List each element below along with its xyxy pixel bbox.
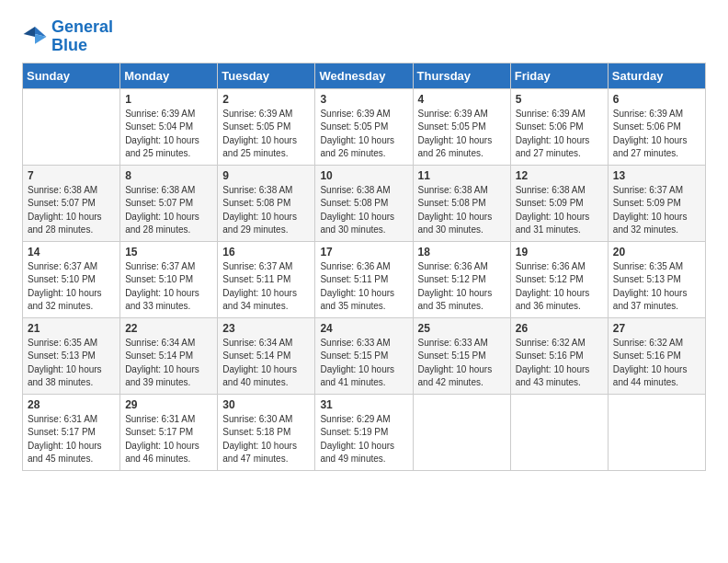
calendar-day-header: Saturday [608,63,705,88]
day-number: 27 [613,322,700,335]
calendar-cell: 12Sunrise: 6:38 AM Sunset: 5:09 PM Dayli… [510,165,608,241]
day-info: Sunrise: 6:33 AM Sunset: 5:15 PM Dayligh… [418,337,506,390]
day-number: 13 [613,169,700,182]
calendar-day-header: Sunday [23,63,120,88]
calendar-cell: 8Sunrise: 6:38 AM Sunset: 5:07 PM Daylig… [120,165,218,241]
day-number: 15 [125,246,212,259]
calendar-cell: 10Sunrise: 6:38 AM Sunset: 5:08 PM Dayli… [315,165,413,241]
calendar-cell: 3Sunrise: 6:39 AM Sunset: 5:05 PM Daylig… [315,88,413,165]
day-number: 7 [28,169,115,182]
day-number: 31 [320,398,407,411]
day-info: Sunrise: 6:37 AM Sunset: 5:09 PM Dayligh… [613,184,700,237]
calendar-cell [413,394,510,470]
page: General Blue SundayMondayTuesdayWednesda… [0,0,728,489]
day-number: 6 [613,93,700,106]
day-number: 26 [516,322,603,335]
day-info: Sunrise: 6:39 AM Sunset: 5:05 PM Dayligh… [222,108,310,161]
day-info: Sunrise: 6:36 AM Sunset: 5:12 PM Dayligh… [516,260,603,314]
logo-icon [22,24,48,50]
calendar-cell: 27Sunrise: 6:32 AM Sunset: 5:16 PM Dayli… [608,317,705,394]
day-number: 22 [125,322,212,335]
day-number: 12 [516,169,603,182]
calendar-cell: 21Sunrise: 6:35 AM Sunset: 5:13 PM Dayli… [23,317,120,394]
calendar-cell: 17Sunrise: 6:36 AM Sunset: 5:11 PM Dayli… [315,241,413,317]
calendar-cell: 31Sunrise: 6:29 AM Sunset: 5:19 PM Dayli… [315,394,413,470]
calendar-cell: 20Sunrise: 6:35 AM Sunset: 5:13 PM Dayli… [608,241,705,317]
day-number: 30 [222,398,310,411]
calendar-week-row: 14Sunrise: 6:37 AM Sunset: 5:10 PM Dayli… [23,241,706,317]
calendar-cell: 4Sunrise: 6:39 AM Sunset: 5:05 PM Daylig… [413,88,510,165]
day-number: 8 [125,169,212,182]
logo: General Blue [22,18,113,55]
calendar-cell [23,88,120,165]
day-number: 21 [28,322,115,335]
calendar-week-row: 1Sunrise: 6:39 AM Sunset: 5:04 PM Daylig… [23,88,706,165]
day-info: Sunrise: 6:33 AM Sunset: 5:15 PM Dayligh… [320,337,407,390]
day-info: Sunrise: 6:32 AM Sunset: 5:16 PM Dayligh… [516,337,603,390]
calendar-cell: 19Sunrise: 6:36 AM Sunset: 5:12 PM Dayli… [510,241,608,317]
day-info: Sunrise: 6:39 AM Sunset: 5:06 PM Dayligh… [613,108,700,161]
day-number: 4 [418,93,506,106]
calendar-cell: 18Sunrise: 6:36 AM Sunset: 5:12 PM Dayli… [413,241,510,317]
day-number: 28 [28,398,115,411]
calendar-cell [510,394,608,470]
day-number: 14 [28,246,115,259]
header: General Blue [22,18,706,55]
calendar-cell: 26Sunrise: 6:32 AM Sunset: 5:16 PM Dayli… [510,317,608,394]
day-number: 23 [222,322,310,335]
day-number: 1 [125,93,212,106]
day-number: 25 [418,322,506,335]
day-info: Sunrise: 6:35 AM Sunset: 5:13 PM Dayligh… [613,260,700,314]
day-number: 9 [222,169,310,182]
svg-marker-1 [24,27,35,37]
calendar-cell: 13Sunrise: 6:37 AM Sunset: 5:09 PM Dayli… [608,165,705,241]
calendar-table: SundayMondayTuesdayWednesdayThursdayFrid… [22,63,706,471]
calendar-day-header: Wednesday [315,63,413,88]
day-info: Sunrise: 6:34 AM Sunset: 5:14 PM Dayligh… [125,337,212,390]
day-number: 24 [320,322,407,335]
day-info: Sunrise: 6:37 AM Sunset: 5:11 PM Dayligh… [222,260,310,314]
calendar-cell: 29Sunrise: 6:31 AM Sunset: 5:17 PM Dayli… [120,394,218,470]
calendar-day-header: Friday [510,63,608,88]
day-info: Sunrise: 6:39 AM Sunset: 5:06 PM Dayligh… [516,108,603,161]
calendar-week-row: 7Sunrise: 6:38 AM Sunset: 5:07 PM Daylig… [23,165,706,241]
calendar-cell: 9Sunrise: 6:38 AM Sunset: 5:08 PM Daylig… [218,165,315,241]
calendar-day-header: Monday [120,63,218,88]
calendar-cell [608,394,705,470]
calendar-day-header: Thursday [413,63,510,88]
calendar-cell: 7Sunrise: 6:38 AM Sunset: 5:07 PM Daylig… [23,165,120,241]
day-info: Sunrise: 6:31 AM Sunset: 5:17 PM Dayligh… [125,413,212,466]
calendar-cell: 22Sunrise: 6:34 AM Sunset: 5:14 PM Dayli… [120,317,218,394]
day-info: Sunrise: 6:35 AM Sunset: 5:13 PM Dayligh… [28,337,115,390]
day-number: 17 [320,246,407,259]
day-number: 10 [320,169,407,182]
day-number: 18 [418,246,506,259]
day-info: Sunrise: 6:38 AM Sunset: 5:08 PM Dayligh… [418,184,506,237]
logo-text: General Blue [51,18,113,55]
day-info: Sunrise: 6:39 AM Sunset: 5:04 PM Dayligh… [125,108,212,161]
calendar-cell: 5Sunrise: 6:39 AM Sunset: 5:06 PM Daylig… [510,88,608,165]
calendar-cell: 23Sunrise: 6:34 AM Sunset: 5:14 PM Dayli… [218,317,315,394]
calendar-cell: 2Sunrise: 6:39 AM Sunset: 5:05 PM Daylig… [218,88,315,165]
day-info: Sunrise: 6:39 AM Sunset: 5:05 PM Dayligh… [320,108,407,161]
day-info: Sunrise: 6:38 AM Sunset: 5:08 PM Dayligh… [320,184,407,237]
day-info: Sunrise: 6:34 AM Sunset: 5:14 PM Dayligh… [222,337,310,390]
day-info: Sunrise: 6:30 AM Sunset: 5:18 PM Dayligh… [222,413,310,466]
day-info: Sunrise: 6:37 AM Sunset: 5:10 PM Dayligh… [28,260,115,314]
day-info: Sunrise: 6:29 AM Sunset: 5:19 PM Dayligh… [320,413,407,466]
calendar-week-row: 21Sunrise: 6:35 AM Sunset: 5:13 PM Dayli… [23,317,706,394]
day-number: 16 [222,246,310,259]
day-info: Sunrise: 6:38 AM Sunset: 5:08 PM Dayligh… [222,184,310,237]
day-info: Sunrise: 6:36 AM Sunset: 5:11 PM Dayligh… [320,260,407,314]
calendar-cell: 11Sunrise: 6:38 AM Sunset: 5:08 PM Dayli… [413,165,510,241]
day-info: Sunrise: 6:38 AM Sunset: 5:09 PM Dayligh… [516,184,603,237]
day-number: 3 [320,93,407,106]
day-info: Sunrise: 6:38 AM Sunset: 5:07 PM Dayligh… [28,184,115,237]
calendar-week-row: 28Sunrise: 6:31 AM Sunset: 5:17 PM Dayli… [23,394,706,470]
day-number: 20 [613,246,700,259]
day-info: Sunrise: 6:37 AM Sunset: 5:10 PM Dayligh… [125,260,212,314]
calendar-cell: 14Sunrise: 6:37 AM Sunset: 5:10 PM Dayli… [23,241,120,317]
calendar-cell: 6Sunrise: 6:39 AM Sunset: 5:06 PM Daylig… [608,88,705,165]
calendar-cell: 1Sunrise: 6:39 AM Sunset: 5:04 PM Daylig… [120,88,218,165]
calendar-cell: 24Sunrise: 6:33 AM Sunset: 5:15 PM Dayli… [315,317,413,394]
